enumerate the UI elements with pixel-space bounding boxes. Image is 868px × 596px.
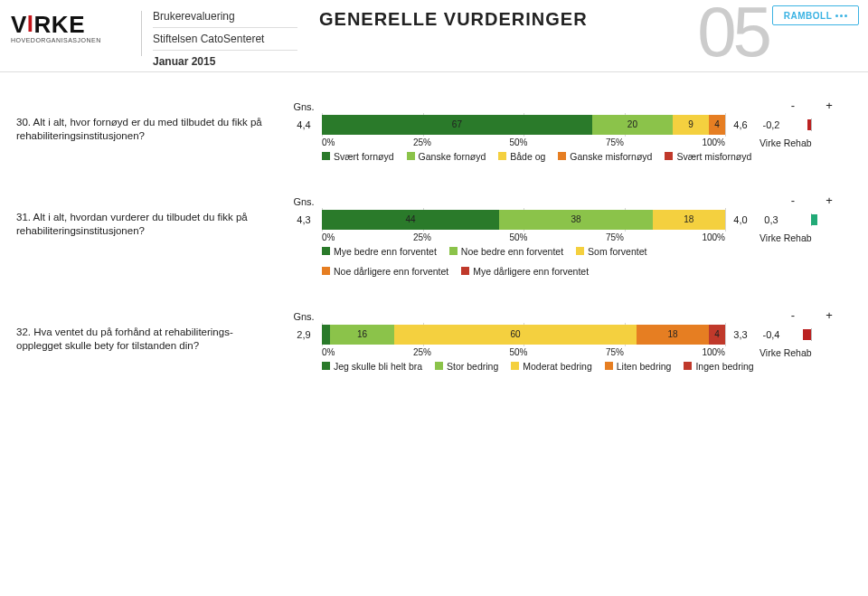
legend-label: Moderat bedring: [523, 361, 591, 372]
legend-swatch: [605, 362, 613, 370]
legend-label: Ganske misfornøyd: [570, 151, 652, 162]
bar-segment: 44: [322, 210, 499, 230]
diff-value: -0,4: [756, 329, 787, 340]
stacked-bar: 21660184: [322, 325, 725, 345]
axis-tick: 75%: [606, 137, 624, 148]
diff-value: 0,3: [756, 214, 787, 225]
comparison-label: Virke Rehab: [725, 137, 787, 148]
legend-label: Mye bedre enn forventet: [334, 246, 437, 257]
bar-segment: 4: [709, 115, 725, 135]
legend-item: Noe bedre enn forventet: [449, 246, 563, 257]
axis-tick: 0%: [322, 232, 335, 243]
axis-tick: 25%: [413, 137, 431, 148]
gns-value: 4,4: [286, 119, 322, 130]
legend-item: Både og: [498, 151, 545, 162]
chart-wrap: Gns.-+2,9216601843,3-0,40%25%50%75%100%V…: [286, 309, 852, 372]
legend-swatch: [511, 362, 519, 370]
axis-tick: 100%: [702, 232, 725, 243]
brand-subtext: HOVEDORGANISASJONEN: [11, 37, 137, 43]
question-text: 32. Hva ventet du på forhånd at rehabili…: [16, 309, 286, 354]
comparison-value: 3,3: [725, 329, 756, 340]
legend-item: Mye bedre enn forventet: [322, 246, 437, 257]
gns-value: 4,3: [286, 214, 322, 225]
bar-row: 2,9216601843,3-0,4: [286, 324, 852, 345]
legend-swatch: [461, 267, 469, 275]
legend-label: Noe dårligere enn forventet: [334, 266, 448, 277]
legend-item: Liten bedring: [605, 361, 672, 372]
ramboll-logo: RAMBOLL: [772, 5, 859, 25]
plus-label: +: [823, 194, 835, 207]
legend-label: Svært misfornøyd: [676, 151, 751, 162]
legend-swatch: [449, 247, 458, 255]
bar-segment: 2: [322, 325, 330, 345]
content-area: 30. Alt i alt, hvor fornøyd er du med ti…: [0, 72, 868, 372]
legend-swatch: [558, 152, 566, 160]
bar-row: 4,46720944,6-0,2: [286, 114, 852, 136]
meta-date: Januar 2015: [153, 52, 297, 71]
minus-label: -: [787, 308, 799, 322]
legend: Jeg skulle bli helt braStor bedringModer…: [322, 361, 774, 372]
diff-value: -0,2: [756, 119, 787, 130]
gns-header: Gns.: [286, 101, 322, 112]
axis-tick: 25%: [413, 232, 431, 243]
bar-segment: 18: [637, 325, 709, 345]
minus-label: -: [787, 194, 799, 207]
header-divider: [141, 11, 142, 56]
legend-item: Mye dårligere enn forventet: [461, 266, 589, 277]
page-title: GENERELLE VURDERINGER: [319, 7, 588, 30]
chart-block: 32. Hva ventet du på forhånd at rehabili…: [16, 309, 852, 372]
legend-swatch: [407, 152, 415, 160]
bar-row: 4,34438184,00,3: [286, 209, 852, 231]
legend-item: Noe dårligere enn forventet: [322, 266, 448, 277]
bar-segment: 60: [394, 325, 637, 345]
gns-header: Gns.: [286, 311, 322, 322]
chart-block: 31. Alt i alt, hvordan vurderer du tilbu…: [16, 194, 852, 277]
axis-tick: 0%: [322, 137, 335, 148]
gns-header: Gns.: [286, 196, 322, 207]
legend-item: Ganske misfornøyd: [558, 151, 652, 162]
header-meta: Brukerevaluering Stiftelsen CatoSenteret…: [153, 7, 297, 71]
axis-row: 0%25%50%75%100%Virke Rehab: [286, 137, 852, 148]
legend-swatch: [322, 152, 330, 160]
legend-swatch: [322, 362, 330, 370]
bar-segment: 18: [653, 210, 725, 230]
legend-item: Svært misfornøyd: [665, 151, 751, 162]
gns-value: 2,9: [286, 329, 322, 340]
meta-line-1: Brukerevaluering: [153, 7, 297, 25]
axis-row: 0%25%50%75%100%Virke Rehab: [286, 232, 852, 243]
legend-swatch: [576, 247, 584, 255]
axis-tick: 100%: [702, 137, 725, 148]
stacked-bar: 443818: [322, 210, 725, 230]
legend-swatch: [435, 362, 443, 370]
legend-item: Svært fornøyd: [322, 151, 394, 162]
axis-tick: 50%: [509, 232, 527, 243]
legend-swatch: [322, 247, 330, 255]
bar-segment: 16: [330, 325, 394, 345]
axis-tick: 50%: [509, 347, 527, 358]
legend-swatch: [498, 152, 506, 160]
legend-label: Stor bedring: [447, 361, 498, 372]
legend: Svært fornøydGanske fornøydBåde ogGanske…: [322, 151, 774, 162]
axis-tick: 75%: [606, 347, 624, 358]
legend-item: Stor bedring: [435, 361, 498, 372]
diff-bar: [799, 328, 823, 341]
minus-label: -: [787, 99, 799, 112]
diff-bar: [799, 118, 823, 131]
axis-tick: 0%: [322, 347, 335, 358]
legend-item: Jeg skulle bli helt bra: [322, 361, 422, 372]
comparison-label: Virke Rehab: [725, 347, 787, 358]
legend-swatch: [665, 152, 673, 160]
plus-label: +: [823, 99, 835, 112]
legend-label: Som forventet: [588, 246, 646, 257]
legend-label: Svært fornøyd: [334, 151, 394, 162]
legend-swatch: [322, 267, 330, 275]
bar-segment: 9: [673, 115, 709, 135]
axis-tick: 25%: [413, 347, 431, 358]
comparison-label: Virke Rehab: [725, 232, 787, 243]
legend-label: Jeg skulle bli helt bra: [334, 361, 422, 372]
legend-label: Ganske fornøyd: [419, 151, 486, 162]
stacked-bar: 672094: [322, 115, 725, 135]
virke-logo: VIRKE HOVEDORGANISASJONEN: [11, 7, 137, 43]
chart-wrap: Gns.-+4,34438184,00,30%25%50%75%100%Virk…: [286, 194, 852, 277]
chart-block: 30. Alt i alt, hvor fornøyd er du med ti…: [16, 99, 852, 162]
